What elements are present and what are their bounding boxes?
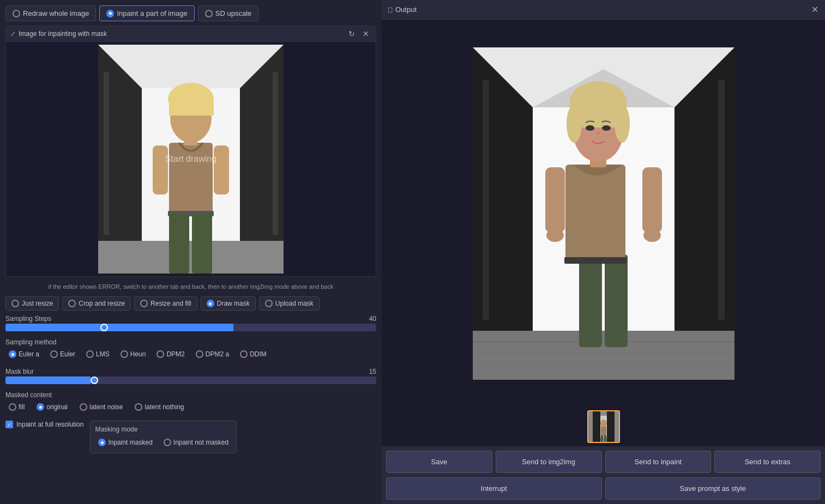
ddim-label: DDIM — [250, 350, 267, 358]
svg-rect-15 — [104, 72, 109, 235]
send-img2img-button[interactable]: Send to img2img — [496, 451, 602, 473]
method-dpm2[interactable]: DPM2 — [153, 348, 188, 360]
mask-blur-slider[interactable] — [5, 379, 376, 382]
send-extras-button[interactable]: Send to extras — [714, 451, 821, 473]
output-image-svg — [473, 47, 734, 380]
sampling-steps-header: Sampling Steps 40 — [5, 315, 376, 323]
thumbnail-strip — [382, 407, 825, 446]
method-euler[interactable]: Euler — [47, 348, 79, 360]
svg-rect-4 — [98, 241, 284, 274]
tab-inpaint-label: Inpaint a part of image — [117, 9, 187, 17]
radio-euler — [50, 350, 58, 358]
resize-modes: Just resize Crop and resize Resize and f… — [5, 296, 376, 311]
svg-rect-14 — [192, 214, 212, 274]
canvas-image-area[interactable]: Start drawing — [6, 42, 376, 276]
dpm2-a-label: DPM2 a — [206, 350, 229, 358]
svg-rect-9 — [169, 99, 214, 116]
tab-sdupscale[interactable]: SD upscale — [198, 5, 258, 21]
resize-mode-upload-mask[interactable]: Upload mask — [259, 296, 320, 311]
svg-rect-50 — [601, 435, 603, 442]
euler-a-label: Euler a — [19, 350, 39, 358]
tab-redraw-label: Redraw whole image — [23, 9, 89, 17]
dpm2-label: DPM2 — [166, 350, 184, 358]
latent-noise-label: latent noise — [89, 403, 123, 411]
radio-redraw — [13, 10, 20, 17]
svg-rect-49 — [601, 427, 606, 436]
inpaint-masked-label: Inpaint masked — [108, 439, 152, 446]
output-image-area — [382, 20, 825, 407]
canvas-title: Image for inpainting with mask — [19, 30, 107, 38]
masking-mode-title: Masking mode — [95, 426, 232, 433]
svg-rect-11 — [214, 145, 229, 195]
output-title-area: ⎕ Output — [388, 5, 417, 14]
inpaint-not-masked-label: Inpaint not masked — [173, 439, 228, 446]
canvas-refresh-btn[interactable]: ↻ — [346, 28, 357, 39]
save-prompt-button[interactable]: Save prompt as style — [605, 477, 821, 500]
radio-latent-nothing — [135, 403, 142, 411]
original-label: original — [46, 403, 68, 411]
canvas-header-left: ⤢ Image for inpainting with mask — [10, 30, 107, 38]
mask-blur-label: Mask blur — [5, 368, 34, 375]
right-panel: ⎕ Output ✕ — [382, 0, 825, 504]
svg-rect-13 — [169, 214, 189, 274]
method-ddim[interactable]: DDIM — [237, 348, 270, 360]
radio-heun — [121, 350, 128, 358]
radio-dpm2 — [156, 350, 164, 358]
radio-just-resize — [11, 300, 19, 307]
svg-rect-25 — [483, 80, 489, 320]
radio-inpaint — [106, 10, 114, 17]
draw-mask-label: Draw mask — [217, 300, 250, 307]
tab-inpaint[interactable]: Inpaint a part of image — [99, 5, 194, 21]
radio-resize-fill — [140, 300, 148, 307]
save-button[interactable]: Save — [386, 451, 492, 473]
output-close-btn[interactable]: ✕ — [811, 4, 818, 15]
canvas-close-btn[interactable]: ✕ — [360, 28, 371, 39]
radio-draw-mask — [207, 300, 214, 307]
sampling-method-options: Euler a Euler LMS Heun DPM2 DPM2 a — [5, 348, 376, 360]
svg-rect-28 — [579, 254, 602, 347]
masked-original[interactable]: original — [33, 401, 71, 413]
resize-mode-draw-mask[interactable]: Draw mask — [201, 296, 256, 311]
crop-resize-label: Crop and resize — [79, 300, 125, 307]
svg-point-48 — [600, 420, 607, 427]
radio-crop-resize — [68, 300, 76, 307]
interrupt-button[interactable]: Interrupt — [386, 477, 602, 500]
sampling-steps-value: 40 — [369, 315, 376, 323]
svg-point-40 — [567, 105, 582, 143]
mask-blur-section: Mask blur 15 — [5, 368, 376, 384]
send-inpaint-button[interactable]: Send to inpaint — [605, 451, 712, 473]
inpaint-full-res-row[interactable]: Inpaint at full resolution — [5, 421, 83, 428]
resize-mode-crop-resize[interactable]: Crop and resize — [62, 296, 131, 311]
thumbnail-1-img — [588, 411, 619, 442]
resize-mode-resize-fill[interactable]: Resize and fill — [134, 296, 197, 311]
sampling-steps-slider[interactable] — [5, 326, 376, 329]
tab-redraw[interactable]: Redraw whole image — [5, 5, 96, 21]
sampling-method-section: Sampling method Euler a Euler LMS Heun D… — [5, 338, 376, 360]
radio-fill — [9, 403, 16, 411]
inpaint-full-res-checkbox[interactable] — [5, 421, 13, 428]
method-dpm2-a[interactable]: DPM2 a — [192, 348, 232, 360]
mode-tabs: Redraw whole image Inpaint a part of ima… — [5, 5, 376, 21]
masked-fill[interactable]: fill — [5, 401, 28, 413]
action-buttons: Save Send to img2img Send to inpaint Sen… — [382, 446, 825, 477]
method-lms[interactable]: LMS — [83, 348, 113, 360]
masking-inpaint-not-masked[interactable]: Inpaint not masked — [160, 436, 232, 448]
heun-label: Heun — [130, 350, 146, 358]
mask-blur-value: 15 — [369, 368, 376, 375]
radio-euler-a — [9, 350, 16, 358]
inpaint-full-res-label: Inpaint at full resolution — [16, 421, 83, 428]
method-heun[interactable]: Heun — [117, 348, 149, 360]
svg-rect-45 — [593, 411, 600, 442]
thumbnail-1[interactable] — [587, 410, 620, 443]
tab-sdupscale-label: SD upscale — [215, 9, 251, 17]
resize-mode-just-resize[interactable]: Just resize — [5, 296, 59, 311]
masking-mode-box: Masking mode Inpaint masked Inpaint not … — [90, 421, 237, 453]
mask-blur-header: Mask blur 15 — [5, 368, 376, 375]
radio-original — [37, 403, 44, 411]
radio-dpm2-a — [196, 350, 203, 358]
svg-rect-26 — [718, 80, 725, 320]
method-euler-a[interactable]: Euler a — [5, 348, 43, 360]
masked-latent-nothing[interactable]: latent nothing — [131, 401, 187, 413]
masking-inpaint-masked[interactable]: Inpaint masked — [95, 436, 155, 448]
masked-latent-noise[interactable]: latent noise — [76, 401, 126, 413]
